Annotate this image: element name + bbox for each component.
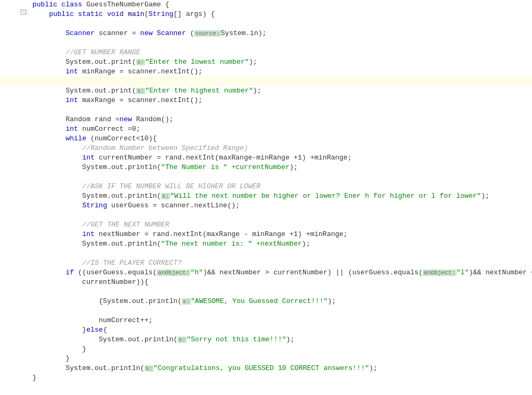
code-content: int minRange = scanner.nextInt(); — [28, 67, 532, 77]
code-content: System.out.println(s:"Sorry not this tim… — [28, 335, 532, 344]
code-content: public static void main(String[] args) { — [28, 10, 532, 19]
code-content: System.out.println(s:"Congratulations, y… — [28, 364, 532, 373]
code-line: //IS THE PLAYER CORRECT? — [0, 258, 532, 268]
code-content — [28, 77, 532, 86]
code-line: System.out.println(s:"Congratulations, y… — [0, 364, 532, 373]
code-content — [28, 172, 532, 182]
code-line — [0, 38, 532, 48]
code-content: String userGuess = scanner.nextLine(); — [28, 201, 532, 211]
code-line: int minRange = scanner.nextInt(); — [0, 67, 532, 77]
code-content: //GET THE NEXT NUMBER — [28, 220, 532, 230]
code-content: //IS THE PLAYER CORRECT? — [28, 258, 532, 268]
code-content: System.out.println("The Number is " +cur… — [28, 163, 532, 172]
code-line: } — [0, 354, 532, 364]
code-line: System.out.print(s:"Enter the lowest num… — [0, 57, 532, 67]
code-content: } — [28, 373, 532, 383]
code-content: if ((userGuess.equals(anObject:"h")&& ne… — [28, 268, 532, 278]
code-line: //ASK IF THE NUMBER WILL BE HIGHER OR LO… — [0, 182, 532, 191]
fold-icon[interactable]: - — [21, 10, 26, 15]
code-line: } — [0, 344, 532, 354]
code-line — [0, 211, 532, 220]
code-line: } — [0, 373, 532, 383]
code-content: System.out.println("The next number is: … — [28, 239, 532, 249]
code-content — [28, 105, 532, 115]
code-line — [0, 105, 532, 115]
code-lines: public class GuessTheNumberGame {- publi… — [0, 0, 532, 383]
code-line: public class GuessTheNumberGame { — [0, 0, 532, 10]
code-line — [0, 306, 532, 316]
code-content: System.out.print(s:"Enter the highest nu… — [28, 86, 532, 96]
code-line: System.out.print(s:"Enter the highest nu… — [0, 86, 532, 96]
code-content: //Random Number between Specified Range) — [28, 144, 532, 153]
code-content — [28, 19, 532, 29]
code-line: int currentNumber = rand.nextInt(maxRang… — [0, 153, 532, 163]
code-line: Scanner scanner = new Scanner (source:Sy… — [0, 29, 532, 38]
code-content: int numCorrect =0; — [28, 124, 532, 134]
code-line: {System.out.println(s:"AWESOME, You Gues… — [0, 297, 532, 306]
code-content — [28, 306, 532, 316]
code-content: System.out.print(s:"Enter the lowest num… — [28, 57, 532, 67]
code-content: while (numCorrect<10){ — [28, 134, 532, 144]
code-content: }else{ — [28, 325, 532, 335]
code-line: int maxRange = scanner.nextInt(); — [0, 96, 532, 105]
code-content: int currentNumber = rand.nextInt(maxRang… — [28, 153, 532, 163]
code-line — [0, 249, 532, 258]
code-line: - public static void main(String[] args)… — [0, 10, 532, 19]
code-line — [0, 287, 532, 297]
code-line: System.out.println("The next number is: … — [0, 239, 532, 249]
code-content: Random rand =new Random(); — [28, 115, 532, 124]
code-line: numCorrect++; — [0, 316, 532, 325]
code-line: //GET THE NEXT NUMBER — [0, 220, 532, 230]
code-line: int numCorrect =0; — [0, 124, 532, 134]
code-line: //GET NUMBER RANGE — [0, 48, 532, 57]
code-content: int nextNumber = rand.nextInt(maxRange -… — [28, 230, 532, 239]
code-line: }else{ — [0, 325, 532, 335]
code-line: String userGuess = scanner.nextLine(); — [0, 201, 532, 211]
code-content: public class GuessTheNumberGame { — [28, 0, 532, 10]
code-line: int nextNumber = rand.nextInt(maxRange -… — [0, 230, 532, 239]
code-content: } — [28, 344, 532, 354]
code-content: Scanner scanner = new Scanner (source:Sy… — [28, 29, 532, 38]
code-line — [0, 77, 532, 86]
code-content: } — [28, 354, 532, 364]
code-content — [28, 287, 532, 297]
code-line: currentNumber)){ — [0, 278, 532, 287]
code-content — [28, 38, 532, 48]
code-line: Random rand =new Random(); — [0, 115, 532, 124]
code-line: System.out.println("The Number is " +cur… — [0, 163, 532, 172]
code-editor: public class GuessTheNumberGame {- publi… — [0, 0, 532, 395]
code-content: numCorrect++; — [28, 316, 532, 325]
code-content: //GET NUMBER RANGE — [28, 48, 532, 57]
code-line: //Random Number between Specified Range) — [0, 144, 532, 153]
code-line: System.out.println(s:"Sorry not this tim… — [0, 335, 532, 344]
code-content: int maxRange = scanner.nextInt(); — [28, 96, 532, 105]
code-line — [0, 172, 532, 182]
code-line: System.out.println(s:"Will the next numb… — [0, 191, 532, 201]
code-content — [28, 249, 532, 258]
code-content: {System.out.println(s:"AWESOME, You Gues… — [28, 297, 532, 306]
code-line — [0, 19, 532, 29]
fold-gutter[interactable]: - — [19, 10, 28, 15]
code-content: //ASK IF THE NUMBER WILL BE HIGHER OR LO… — [28, 182, 532, 191]
code-content: System.out.println(s:"Will the next numb… — [28, 191, 532, 201]
code-content — [28, 211, 532, 220]
code-line: if ((userGuess.equals(anObject:"h")&& ne… — [0, 268, 532, 278]
code-line: while (numCorrect<10){ — [0, 134, 532, 144]
code-content: currentNumber)){ — [28, 278, 532, 287]
